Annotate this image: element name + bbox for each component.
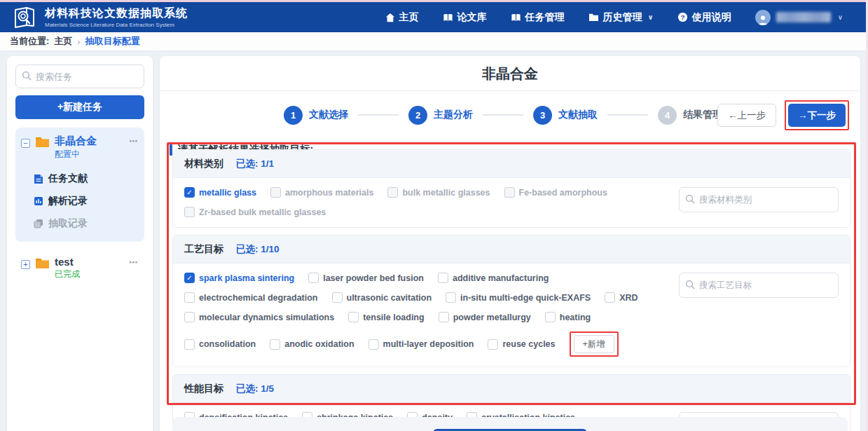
page-title: 非晶合金	[160, 56, 860, 90]
help-icon: ?	[677, 12, 688, 22]
main-panel: 非晶合金 1 文献选择 2 主题分析 3 文献抽取 4 结果管理	[160, 56, 860, 431]
checkbox-icon[interactable]: ✓	[545, 312, 556, 322]
option-label: XRD	[619, 293, 638, 303]
new-task-button[interactable]: +新建任务	[15, 95, 144, 119]
step-label: 结果管理	[683, 109, 722, 121]
sidebar-item-task-docs[interactable]: 任务文献	[34, 167, 139, 190]
breadcrumb-current: 抽取目标配置	[85, 35, 140, 48]
book-icon	[443, 13, 453, 22]
app-logo-icon	[13, 7, 38, 28]
sidebar-item-label: 抽取记录	[48, 217, 88, 230]
option-label: reuse cycles	[502, 339, 555, 349]
option-checkbox[interactable]: ✓ spark plasma sintering	[184, 273, 294, 283]
window-edge-top	[0, 0, 868, 2]
nav-item-help[interactable]: ? 使用说明	[677, 11, 731, 24]
task-search-input[interactable]	[15, 64, 144, 88]
option-label: metallic glass	[199, 188, 256, 198]
process-search-input[interactable]	[679, 273, 839, 298]
sidebar-item-extract-records[interactable]: 抽取记录	[34, 212, 139, 235]
checkbox-icon[interactable]: ✓	[184, 207, 195, 217]
collapse-icon[interactable]: −	[21, 139, 30, 148]
option-label: Fe-based amorphous	[519, 188, 607, 198]
checkbox-icon[interactable]: ✓	[348, 312, 359, 322]
nav-item-home[interactable]: 主页	[385, 11, 419, 24]
nav-item-tasks[interactable]: 任务管理	[511, 11, 565, 24]
checkbox-icon[interactable]: ✓	[332, 292, 343, 303]
checkbox-icon[interactable]: ✓	[504, 187, 515, 198]
option-checkbox[interactable]: ✓ bulk metallic glasses	[387, 187, 490, 198]
checkbox-icon[interactable]: ✓	[368, 339, 379, 350]
more-actions-icon[interactable]: ⋯	[129, 136, 139, 146]
checkbox-icon[interactable]: ✓	[184, 292, 195, 303]
home-icon	[385, 13, 395, 22]
checkbox-icon[interactable]: ✓	[387, 187, 398, 198]
checkbox-icon[interactable]: ✓	[488, 339, 498, 350]
nav-item-papers[interactable]: 论文库	[443, 11, 487, 24]
checkbox-icon[interactable]: ✓	[184, 187, 195, 198]
material-search-input[interactable]	[679, 187, 839, 212]
option-label: heating	[560, 313, 591, 322]
option-checkbox[interactable]: ✓ tensile loading	[348, 312, 425, 322]
option-checkbox[interactable]: ✓ molecular dynamics simulations	[184, 312, 334, 322]
option-label: consolidation	[199, 339, 256, 349]
task-name[interactable]: test	[55, 256, 124, 268]
app-subtitle: Materials Science Literature Data Extrac…	[45, 22, 188, 28]
step-topic-analysis: 2 主题分析	[408, 106, 473, 125]
task-status-badge: 配置中	[55, 149, 124, 160]
document-icon	[34, 174, 43, 184]
option-checkbox[interactable]: ✓ metallic glass	[184, 187, 256, 198]
breadcrumb-home[interactable]: 主页	[54, 35, 72, 48]
checkbox-icon[interactable]: ✓	[270, 339, 280, 350]
option-label: Zr-based bulk metallic glasses	[199, 207, 326, 217]
option-checkbox[interactable]: ✓ multi-layer deposition	[368, 339, 474, 350]
option-checkbox[interactable]: ✓ ultrasonic cavitation	[332, 292, 432, 303]
step-label: 主题分析	[434, 109, 473, 121]
option-checkbox[interactable]: ✓ powder metallurgy	[439, 312, 531, 322]
nav-item-history[interactable]: 历史管理 ∨	[588, 11, 654, 24]
more-actions-icon[interactable]: ⋯	[129, 257, 139, 268]
divider	[160, 90, 860, 91]
checkbox-icon[interactable]: ✓	[308, 273, 319, 283]
user-menu[interactable]: ∨	[755, 10, 843, 25]
expand-icon[interactable]: +	[21, 260, 30, 269]
task-row[interactable]: − 非晶合金 配置中 ⋯	[21, 135, 139, 160]
nav-menu: 主页 论文库 任务管理 历史管理 ∨ ? 使用说明 ∨	[385, 10, 843, 25]
task-name[interactable]: 非晶合金	[55, 135, 124, 148]
search-icon	[22, 71, 32, 81]
sidebar-item-parse-records[interactable]: 解析记录	[34, 190, 139, 212]
option-checkbox[interactable]: ✓ electrochemical degradation	[184, 292, 318, 303]
next-step-button[interactable]: →下一步	[788, 104, 846, 127]
task-row-test[interactable]: + test 已完成 ⋯	[15, 253, 144, 280]
checkbox-icon[interactable]: ✓	[605, 292, 615, 303]
add-option-button[interactable]: +新增	[574, 335, 614, 353]
checkbox-icon[interactable]: ✓	[184, 312, 195, 322]
task-sidebar: +新建任务 − 非晶合金 配置中 ⋯ 任务文献 解析记录 抽取记录	[7, 56, 153, 431]
panel-header: 工艺目标 已选: 1/10	[173, 235, 850, 264]
option-checkbox[interactable]: ✓ laser powder bed fusion	[308, 273, 424, 283]
option-checkbox[interactable]: ✓ additive manufacturing	[438, 273, 549, 283]
checkbox-icon[interactable]: ✓	[438, 273, 448, 283]
chevron-down-icon: ∨	[648, 13, 654, 21]
checkbox-icon[interactable]: ✓	[184, 273, 195, 283]
option-checkbox[interactable]: ✓ Fe-based amorphous	[504, 187, 607, 198]
prev-step-button[interactable]: ←上一步	[717, 104, 776, 127]
panel-process-target: 工艺目标 已选: 1/10 ✓ spark plasma sintering ✓…	[172, 235, 850, 367]
app-logo: 材料科技论文数据抽取系统 Materials Science Literatur…	[13, 6, 188, 28]
option-checkbox[interactable]: ✓ in-situ multi-edge quick-EXAFS	[446, 292, 591, 303]
checkbox-icon[interactable]: ✓	[270, 187, 281, 198]
option-checkbox[interactable]: ✓ consolidation	[184, 339, 256, 350]
username-blurred	[776, 12, 831, 22]
option-checkbox[interactable]: ✓ amorphous materials	[270, 187, 373, 198]
annotation-box-add: +新增	[570, 331, 619, 357]
option-label: ultrasonic cavitation	[347, 293, 432, 303]
checkbox-icon[interactable]: ✓	[184, 339, 195, 350]
option-checkbox[interactable]: ✓ reuse cycles	[488, 339, 555, 350]
checkbox-icon[interactable]: ✓	[439, 312, 449, 322]
option-checkbox[interactable]: ✓ Zr-based bulk metallic glasses	[184, 207, 326, 217]
option-checkbox[interactable]: ✓ XRD	[605, 292, 638, 303]
option-checkbox[interactable]: ✓ anodic oxidation	[270, 339, 354, 350]
svg-text:?: ?	[680, 14, 684, 21]
option-checkbox[interactable]: ✓ heating	[545, 312, 591, 322]
checkbox-icon[interactable]: ✓	[446, 292, 456, 303]
sidebar-item-label: 解析记录	[48, 195, 88, 207]
